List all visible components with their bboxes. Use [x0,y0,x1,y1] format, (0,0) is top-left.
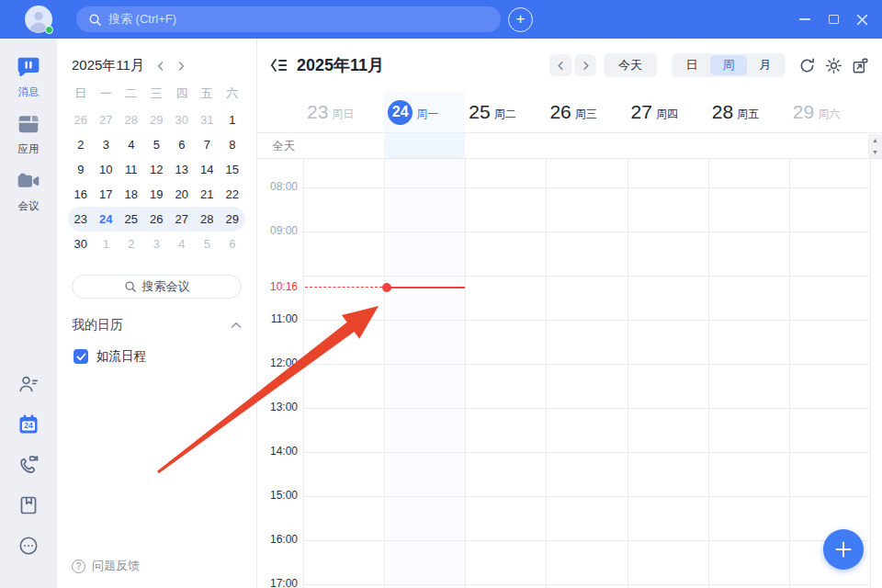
mini-calendar-day[interactable]: 3 [94,138,119,152]
mini-calendar-day[interactable]: 3 [144,237,170,251]
mini-calendar-day[interactable]: 29 [220,212,245,226]
next-week-button[interactable] [574,54,596,76]
mini-calendar-day[interactable]: 8 [220,138,245,152]
mini-calendar-day[interactable]: 17 [94,187,119,201]
mini-calendar-day[interactable]: 6 [220,237,245,251]
mini-calendar-day[interactable]: 11 [119,163,144,176]
mini-calendar-day[interactable]: 4 [119,138,144,152]
mini-calendar-day[interactable]: 4 [169,237,195,251]
mini-calendar-day[interactable]: 22 [220,187,245,201]
mini-calendar-day[interactable]: 7 [195,138,220,152]
day-column-23[interactable] [303,159,384,588]
mini-calendar-day[interactable]: 30 [68,237,94,251]
avatar[interactable] [25,6,52,33]
mini-calendar-day[interactable]: 31 [195,113,220,127]
mini-calendar-day[interactable]: 6 [169,138,195,152]
sidebar-item-calendar[interactable]: 24 [17,413,40,439]
sidebar-item-meetings[interactable]: 会议 [17,169,40,213]
prev-week-button[interactable] [549,54,571,76]
day-column-header-28[interactable]: 28周五 [708,92,789,132]
sidebar-item-notes[interactable] [17,494,40,520]
mini-calendar-day[interactable]: 20 [169,187,195,201]
mini-calendar-day[interactable]: 18 [119,187,144,201]
mini-calendar-prev-button[interactable] [155,61,166,72]
hour-gridline [303,584,870,585]
calendar-item-ruliu[interactable]: 如流日程 [74,348,256,365]
sidebar-item-apps[interactable]: 应用 [17,112,40,156]
view-tab-日[interactable]: 日 [673,55,710,75]
mini-calendar-day[interactable]: 28 [119,113,144,127]
meeting-search-button[interactable]: 搜索会议 [72,275,242,299]
mini-calendar-day[interactable]: 23 [68,212,94,226]
day-number: 28 [712,101,733,123]
day-number: 27 [631,101,652,123]
mini-calendar-day[interactable]: 13 [169,163,195,176]
collapse-section-chevron-icon[interactable] [231,322,242,329]
day-column-27[interactable] [628,159,708,588]
time-grid[interactable]: 08:0009:0011:0012:0013:0014:0015:0016:00… [257,159,882,588]
mini-calendar-day[interactable]: 26 [68,113,94,127]
view-tab-周[interactable]: 周 [710,55,747,75]
mini-calendar-day[interactable]: 21 [195,187,220,201]
weekday-label: 周日 [332,107,354,122]
day-column-29[interactable] [789,159,870,588]
quick-add-button[interactable]: + [508,7,533,32]
mini-calendar-day[interactable]: 1 [94,237,119,251]
mini-calendar-day[interactable]: 28 [195,212,220,226]
day-column-header-25[interactable]: 25周二 [465,92,546,132]
week-day-header-row: 23周日24周一25周二26周三27周四28周五29周六 [257,92,882,133]
day-column-header-29[interactable]: 29周六 [789,92,870,132]
view-tab-月[interactable]: 月 [747,55,784,75]
day-column-header-23[interactable]: 23周日 [303,92,384,132]
mini-calendar-day[interactable]: 27 [94,113,119,127]
mini-calendar-day[interactable]: 2 [119,237,144,251]
mini-calendar-day[interactable]: 2 [68,138,94,152]
sidebar-item-more[interactable] [17,535,40,560]
day-column-header-27[interactable]: 27周四 [628,92,708,132]
mini-calendar-weekday: 三 [144,85,170,102]
mini-calendar-day[interactable]: 29 [144,113,170,127]
mini-calendar-day[interactable]: 10 [94,163,119,176]
sidebar-item-contacts[interactable] [17,373,40,399]
feedback-button[interactable]: ? 问题反馈 [72,558,256,574]
mini-calendar-today[interactable]: 24 [94,212,119,226]
gear-icon[interactable] [825,57,842,74]
maximize-button[interactable] [827,13,840,26]
sidebar-item-messages[interactable]: 消息 [17,55,40,99]
day-column-24[interactable] [384,159,465,588]
mini-calendar-day[interactable]: 14 [195,163,220,176]
checkbox-checked-icon[interactable] [74,349,88,364]
mini-calendar-day[interactable]: 5 [195,237,220,251]
mini-calendar-day[interactable]: 5 [144,138,170,152]
day-column-25[interactable] [465,159,546,588]
mini-calendar-day[interactable]: 12 [144,163,170,176]
mini-calendar-day[interactable]: 16 [68,187,94,201]
mini-calendar-day[interactable]: 25 [119,212,144,226]
close-button[interactable] [855,13,868,26]
mini-calendar-day[interactable]: 9 [68,163,94,176]
day-column-28[interactable] [708,159,789,588]
day-column-header-26[interactable]: 26周三 [546,92,627,132]
day-number: 29 [793,101,814,123]
hour-label: 09:00 [257,224,298,237]
mini-calendar-day[interactable]: 1 [220,113,245,127]
global-search-input[interactable]: 搜索 (Ctrl+F) [76,6,501,32]
mini-calendar-next-button[interactable] [175,61,187,72]
refresh-icon[interactable] [798,57,816,74]
hour-gridline [303,232,870,232]
mini-calendar-day[interactable]: 27 [169,212,195,226]
create-event-fab[interactable] [823,529,864,570]
mini-calendar-day[interactable]: 15 [220,163,245,176]
day-column-26[interactable] [546,159,627,588]
day-column-header-24[interactable]: 24周一 [384,92,465,132]
scroll-down-arrow[interactable]: ▼ [868,146,882,158]
mini-calendar-day[interactable]: 19 [144,187,170,201]
today-button[interactable]: 今天 [604,53,657,77]
sidebar-item-calls[interactable] [17,454,40,480]
minimize-button[interactable] [798,13,811,26]
scroll-up-arrow[interactable]: ▲ [868,134,882,146]
mini-calendar-day[interactable]: 26 [144,212,170,226]
collapse-sidebar-icon[interactable] [270,58,288,73]
mini-calendar-day[interactable]: 30 [169,113,195,127]
popout-window-icon[interactable] [852,57,869,74]
